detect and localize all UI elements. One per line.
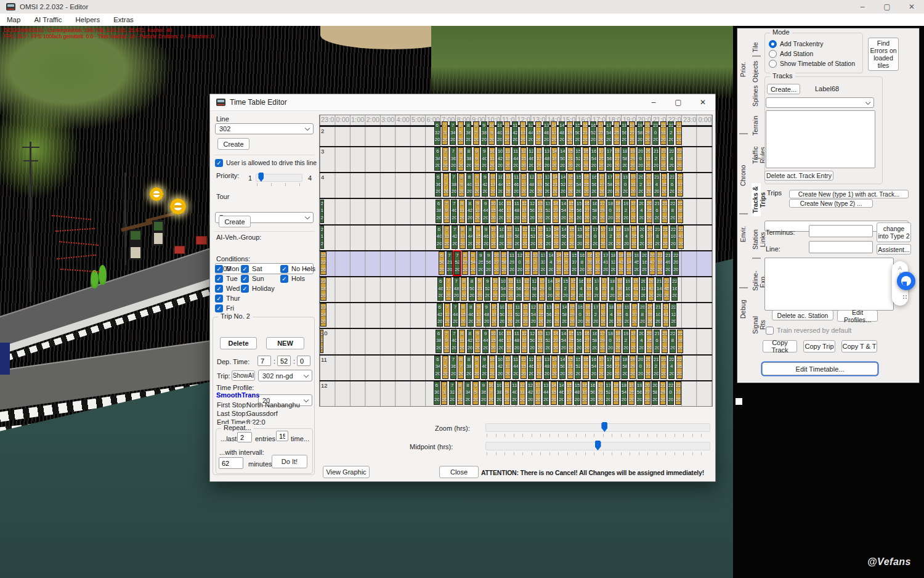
trip-bar[interactable]: 9920	[474, 356, 480, 379]
close-button[interactable]: ✕	[899, 0, 924, 14]
tab-terrain[interactable]: Terrain	[752, 115, 761, 136]
trip-bar[interactable]: 74820	[453, 277, 460, 301]
condition-checkbox-hols[interactable]: ✓	[280, 275, 288, 283]
mode-option-row[interactable]: Add Station	[769, 49, 862, 58]
trip-bar[interactable]: 151920	[567, 121, 573, 145]
trip-bar[interactable]: 204320	[648, 277, 654, 301]
trip-bar[interactable]: 122320	[522, 303, 529, 327]
trip-bar[interactable]: 142320	[553, 200, 559, 223]
trip-bar[interactable]: 101720	[490, 226, 496, 249]
trip-bar[interactable]: 214920	[665, 251, 671, 275]
trip-bar[interactable]: 183120	[615, 330, 621, 353]
trip-bar[interactable]: 223720	[677, 173, 683, 197]
trip-bar[interactable]: 175620	[606, 147, 612, 171]
trip-bar[interactable]: 121320	[520, 121, 526, 145]
trip-bar[interactable]: 8720	[458, 147, 464, 171]
copy-trip-button[interactable]: Copy Trip	[803, 340, 835, 352]
trip-bar[interactable]: 175820	[607, 173, 613, 197]
trip-bar[interactable]: 82320	[462, 251, 468, 275]
trip-bar[interactable]: 93820	[481, 121, 487, 145]
trip-bar[interactable]: 141720	[551, 121, 557, 145]
trip-bar[interactable]: 20620	[639, 226, 645, 249]
dialog-maximize-button[interactable]: ▢	[666, 94, 691, 110]
user-allowed-checkbox[interactable]: ✓	[215, 159, 223, 167]
trip-bar[interactable]: 7120	[441, 381, 447, 405]
trip-bar[interactable]: 203720	[647, 226, 653, 249]
trip-bar[interactable]: 95220	[484, 277, 490, 301]
trip-bar[interactable]: 155420	[575, 173, 582, 197]
main-titlebar[interactable]: OMSI 2.2.032 - Editor – ▢ ✕	[0, 0, 924, 14]
trip-bar[interactable]: 7720	[443, 173, 449, 197]
trip-bar[interactable]: 213720	[662, 200, 668, 223]
trip-bar[interactable]: 132120	[537, 200, 543, 223]
trip-bar[interactable]: 63620	[435, 173, 441, 197]
trip-bar[interactable]: 95620	[485, 251, 492, 275]
trip-bar[interactable]: 63220	[434, 121, 440, 145]
trip-bar[interactable]: 22420	[668, 356, 675, 379]
trip-bar[interactable]: 145020	[559, 356, 565, 379]
trip-bar[interactable]: 135220	[545, 330, 551, 353]
dep-minute-input[interactable]	[277, 356, 291, 366]
train-reversed-checkbox[interactable]	[766, 327, 774, 335]
trip-bar[interactable]: 94820	[484, 303, 490, 327]
create-trip-type2-button[interactable]: Create New (type 2) ...	[789, 199, 873, 208]
trip-bar[interactable]: 183920	[617, 277, 623, 301]
trip-bar[interactable]: 231020	[320, 330, 323, 353]
trip-bar[interactable]: 112520	[508, 277, 514, 301]
trip-bar[interactable]: 121920	[521, 200, 527, 223]
trip-bar[interactable]: 184320	[618, 251, 624, 275]
trip-bar[interactable]: 182920	[614, 173, 620, 197]
trip-bar[interactable]: 84620	[468, 303, 474, 327]
dialog-close-button[interactable]: ✕	[691, 94, 715, 110]
trip-bar[interactable]: 91720	[476, 303, 482, 327]
condition-row[interactable]: ✓Tue	[215, 274, 241, 283]
delete-station-button[interactable]: Delete ac. Station	[772, 310, 833, 320]
mode-radio[interactable]	[769, 60, 777, 68]
trip-bar[interactable]: 105420	[500, 277, 506, 301]
dep-hour-input[interactable]	[257, 356, 271, 366]
trip-bar[interactable]: 125020	[529, 330, 535, 353]
trip-bar[interactable]: 64020	[436, 226, 442, 249]
trip-bar[interactable]: 163520	[586, 277, 592, 301]
condition-row[interactable]: ✓Wed	[215, 284, 241, 293]
trip-bar[interactable]: 213720	[662, 330, 668, 353]
trip-bar[interactable]: 155220	[575, 356, 581, 379]
trip-bar[interactable]: 145420	[561, 330, 567, 353]
trip-bar[interactable]: 213120	[660, 121, 667, 145]
trip-bar[interactable]: 172920	[599, 330, 606, 353]
trip-bar[interactable]: 174120	[602, 251, 609, 275]
trip-bar[interactable]: 111520	[505, 173, 511, 197]
trip-bar[interactable]: 15620	[563, 251, 569, 275]
tab-group-envir[interactable]: Envir.	[739, 223, 748, 245]
tour-row-2[interactable]: 2632207320734208520836209720938201092010…	[320, 126, 712, 146]
trip-bar[interactable]: 114420	[513, 147, 519, 171]
trip-bar[interactable]: 21220	[653, 356, 659, 379]
trip-bar[interactable]: 7920	[444, 200, 450, 223]
trip-bar[interactable]: 135020	[544, 173, 550, 197]
trip-bar[interactable]: 161920	[582, 381, 588, 405]
trip-bar[interactable]: 165220	[590, 121, 596, 145]
trip-bar[interactable]: 175220	[605, 381, 611, 405]
repeat-last-input[interactable]	[237, 432, 252, 442]
trip-bar[interactable]: 204720	[649, 251, 655, 275]
trip-bar[interactable]: 155620	[576, 330, 582, 353]
trip-bar[interactable]: 103820	[496, 381, 502, 405]
trip-bar[interactable]: 132320	[537, 226, 543, 249]
do-it-button[interactable]: Do It!	[272, 455, 307, 468]
trip-bar[interactable]: 85420	[470, 251, 476, 275]
trip-bar[interactable]: 142520	[553, 226, 559, 249]
view-graphic-button[interactable]: View Graphic	[323, 466, 370, 478]
trip-bar[interactable]: 144820	[559, 121, 565, 145]
trip-bar[interactable]: 131720	[536, 147, 542, 171]
trip-bar[interactable]: 125420	[530, 303, 537, 327]
trip-bar[interactable]: 63820	[436, 200, 442, 223]
trip-bar[interactable]: 17220	[593, 303, 599, 327]
trip-bar[interactable]: 115620	[516, 277, 522, 301]
trip-bar[interactable]: 183120	[615, 200, 621, 223]
trip-bar[interactable]: 7520	[442, 356, 448, 379]
trip-bar[interactable]: 71720	[445, 277, 452, 301]
trip-bar[interactable]: 20220	[638, 173, 644, 197]
tour-row-12[interactable]: 1263020712073220832083420952093620107201…	[320, 380, 712, 406]
trip-bar[interactable]: 115220	[514, 303, 521, 327]
trip-bar[interactable]: 21220	[653, 147, 659, 171]
